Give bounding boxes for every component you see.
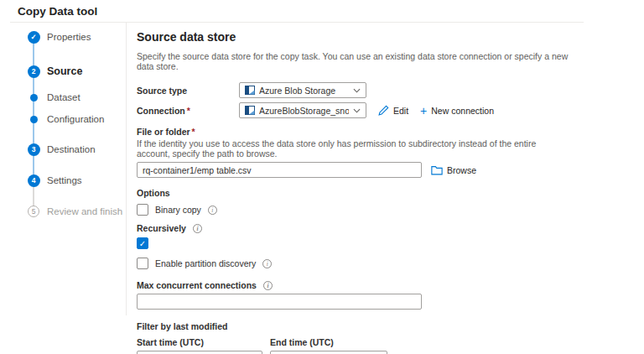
blob-storage-icon xyxy=(245,86,255,95)
binary-copy-checkbox[interactable] xyxy=(137,204,148,216)
partition-discovery-checkbox[interactable] xyxy=(137,258,148,269)
max-concurrent-input[interactable] xyxy=(137,294,422,310)
binary-copy-row: Binary copy i xyxy=(137,204,573,216)
source-type-label: Source type xyxy=(137,86,239,96)
time-filter-row: Start time (UTC) End time (UTC) i xyxy=(137,337,573,354)
sidebar-item-properties[interactable]: ✓ Properties xyxy=(27,30,91,44)
recursively-block: Recursively i ✓ xyxy=(137,223,573,249)
panel-title: Source data store xyxy=(137,30,573,44)
chevron-down-icon xyxy=(353,108,361,113)
pencil-icon xyxy=(378,105,389,116)
step-label: Destination xyxy=(47,144,96,154)
step-dot-icon xyxy=(30,94,38,102)
end-time-input[interactable] xyxy=(270,351,387,354)
start-time-input[interactable] xyxy=(137,351,262,354)
source-type-dropdown[interactable]: Azure Blob Storage xyxy=(239,82,366,98)
copy-data-tool-page: Copy Data tool ✓ Properties 2 Source Dat… xyxy=(0,0,644,354)
file-or-folder-input[interactable] xyxy=(137,162,422,178)
options-label: Options xyxy=(137,188,573,198)
sidebar-item-configuration[interactable]: Configuration xyxy=(27,112,104,126)
file-or-folder-input-row: Browse xyxy=(137,162,573,178)
required-asterisk: * xyxy=(187,106,190,116)
info-icon[interactable]: i xyxy=(193,224,202,233)
binary-copy-label: Binary copy i xyxy=(155,205,217,215)
start-time-col: Start time (UTC) xyxy=(137,337,262,354)
step-number-icon: 4 xyxy=(28,174,40,187)
partition-discovery-row: Enable partition discovery i xyxy=(137,258,573,269)
end-time-col: End time (UTC) i xyxy=(270,337,401,354)
blob-storage-icon xyxy=(245,106,255,115)
page-title: Copy Data tool xyxy=(10,5,97,18)
connection-row: Connection* AzureBlobStorage_snowflake1 … xyxy=(137,102,573,118)
recursively-label: Recursively i xyxy=(137,223,573,233)
sidebar-item-review-and-finish[interactable]: 5 Review and finish xyxy=(27,205,122,218)
new-connection-button[interactable]: + New connection xyxy=(420,105,494,117)
sidebar-item-source[interactable]: 2 Source xyxy=(27,65,82,78)
step-dot-icon xyxy=(30,116,38,123)
connection-value: AzureBlobStorage_snowflake1 xyxy=(259,106,349,116)
chevron-down-icon xyxy=(353,88,361,93)
step-label: Review and finish xyxy=(47,206,122,216)
source-type-row: Source type Azure Blob Storage xyxy=(137,82,573,98)
sidebar-item-settings[interactable]: 4 Settings xyxy=(27,174,82,187)
step-number-icon: 5 xyxy=(28,206,39,217)
filter-last-modified-label: Filter by last modified xyxy=(137,321,573,331)
step-number-icon: 3 xyxy=(28,143,40,156)
max-concurrent-label: Max concurrent connections i xyxy=(137,280,573,290)
edit-connection-button[interactable]: Edit xyxy=(378,105,408,116)
sidebar-item-destination[interactable]: 3 Destination xyxy=(27,143,96,156)
app-header: Copy Data tool xyxy=(10,0,584,23)
wizard-step-sidebar: ✓ Properties 2 Source Dataset Configurat… xyxy=(0,23,127,315)
recursively-checkbox[interactable]: ✓ xyxy=(137,237,148,249)
step-connector-line xyxy=(33,36,34,180)
info-icon[interactable]: i xyxy=(263,281,273,290)
step-label: Configuration xyxy=(47,114,104,124)
file-or-folder-help-text: If the identity you use to access the da… xyxy=(137,139,556,159)
partition-discovery-label: Enable partition discovery i xyxy=(155,258,272,268)
panel-subtitle: Specify the source data store for the co… xyxy=(137,51,573,71)
step-number-icon: 2 xyxy=(28,65,40,78)
start-time-label: Start time (UTC) xyxy=(137,337,262,347)
source-data-store-panel: Source data store Specify the source dat… xyxy=(137,23,573,354)
end-time-label: End time (UTC) xyxy=(270,337,401,347)
info-icon[interactable]: i xyxy=(208,206,217,215)
new-connection-label: New connection xyxy=(431,106,494,116)
folder-icon xyxy=(431,165,443,175)
source-type-value: Azure Blob Storage xyxy=(259,86,349,96)
connection-dropdown[interactable]: AzureBlobStorage_snowflake1 xyxy=(239,102,366,118)
edit-label: Edit xyxy=(393,106,408,116)
step-completed-check-icon: ✓ xyxy=(28,31,40,44)
browse-label: Browse xyxy=(447,165,476,175)
connection-label: Connection* xyxy=(137,106,239,116)
sidebar-item-dataset[interactable]: Dataset xyxy=(27,91,80,104)
step-label: Dataset xyxy=(47,92,80,102)
info-icon[interactable]: i xyxy=(262,259,272,268)
step-label: Source xyxy=(47,65,82,77)
plus-icon: + xyxy=(420,105,427,117)
file-or-folder-label: File or folder* xyxy=(137,127,573,137)
step-label: Properties xyxy=(47,32,91,42)
required-asterisk: * xyxy=(192,127,195,137)
browse-button[interactable]: Browse xyxy=(431,165,476,175)
step-label: Settings xyxy=(47,175,82,185)
